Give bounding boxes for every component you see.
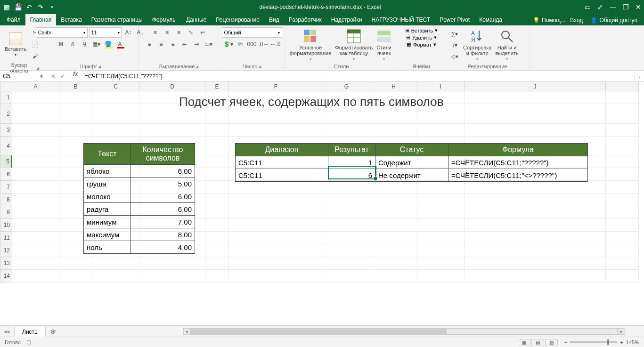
table1-cell-count[interactable]: 6,00 <box>131 203 195 216</box>
table1-cell-text[interactable]: радуга <box>84 203 131 216</box>
cell[interactable] <box>323 219 370 232</box>
table2-cell-range[interactable]: C5:C11 <box>236 169 328 182</box>
table1-cell-text[interactable]: ноль <box>84 241 131 254</box>
cell[interactable] <box>606 270 639 282</box>
increase-indent-icon[interactable]: ⇥ <box>191 39 202 49</box>
table1-cell-count[interactable]: 7,00 <box>131 216 195 228</box>
table1-cell-text[interactable]: яблоко <box>84 165 131 178</box>
cell[interactable] <box>323 181 370 194</box>
zoom-slider[interactable] <box>570 341 617 343</box>
zoom-in-button[interactable]: + <box>620 339 623 345</box>
column-header-B[interactable]: B <box>59 82 92 91</box>
column-header-E[interactable]: E <box>205 82 229 91</box>
column-header-I[interactable]: I <box>417 82 465 91</box>
cell[interactable] <box>465 104 606 124</box>
cell[interactable] <box>205 181 229 194</box>
column-header-F[interactable]: F <box>229 82 323 91</box>
cell[interactable] <box>370 194 417 206</box>
ribbon-tab-команда[interactable]: Команда <box>474 14 507 25</box>
name-box-dropdown[interactable]: ▾ <box>37 73 45 80</box>
cell[interactable] <box>229 194 323 206</box>
cell[interactable] <box>92 91 139 104</box>
enter-formula-icon[interactable]: ✓ <box>60 73 65 80</box>
horizontal-scrollbar[interactable]: ◂▸ <box>183 328 625 335</box>
cell[interactable] <box>370 219 417 232</box>
cell[interactable] <box>465 244 606 257</box>
ribbon-tab-вставка[interactable]: Вставка <box>56 14 87 25</box>
comma-format-icon[interactable]: 000 <box>247 39 257 49</box>
cell[interactable] <box>229 219 323 232</box>
font-size-select[interactable]: 11▾ <box>89 27 122 38</box>
table1-cell-text[interactable]: максимум <box>84 228 131 241</box>
cell[interactable] <box>229 257 323 270</box>
cell[interactable] <box>12 91 59 104</box>
cell[interactable] <box>606 137 639 155</box>
table1-cell-count[interactable]: 8,00 <box>131 228 195 241</box>
table1-cell-text[interactable]: молоко <box>84 190 131 203</box>
table2-cell-formula[interactable]: =СЧЁТЕСЛИ(C5:C11;"<>?????") <box>448 169 588 182</box>
accounting-format-icon[interactable]: 💲▾ <box>223 39 234 49</box>
cell[interactable] <box>465 270 606 282</box>
worksheet-area[interactable]: ABCDEFGHIJ1234567891011121314 Подсчет яч… <box>0 82 644 325</box>
cell[interactable] <box>417 244 465 257</box>
cell[interactable] <box>606 168 639 181</box>
ribbon-tab-надстройки[interactable]: Надстройки <box>326 14 367 25</box>
align-middle-icon[interactable]: ≡ <box>162 27 172 38</box>
cell[interactable] <box>323 124 370 137</box>
cell[interactable] <box>370 206 417 219</box>
fill-icon[interactable]: ↓▾ <box>449 40 460 50</box>
cell[interactable] <box>606 206 639 219</box>
font-name-select[interactable]: Calibri▾ <box>36 27 88 38</box>
underline-button[interactable]: Ч <box>80 39 90 49</box>
find-select-button[interactable]: Найти ивыделить <box>493 28 520 62</box>
column-header-G[interactable]: G <box>323 82 370 91</box>
align-right-icon[interactable]: ≡ <box>168 39 178 49</box>
cell[interactable] <box>205 168 229 181</box>
add-sheet-button[interactable]: ⊕ <box>46 328 61 335</box>
paste-button[interactable]: Вставить▾ <box>3 31 29 58</box>
format-cells-button[interactable]: ▦ Формат ▾ <box>407 41 436 48</box>
font-color-button[interactable]: A <box>115 39 125 49</box>
cell[interactable] <box>92 104 139 124</box>
cell[interactable] <box>59 124 92 137</box>
macro-record-icon[interactable]: ▢ <box>26 339 31 345</box>
cell[interactable] <box>205 244 229 257</box>
align-bottom-icon[interactable]: ≡ <box>174 27 184 38</box>
cell[interactable] <box>12 104 59 124</box>
insert-cells-button[interactable]: ⊞ Вставить ▾ <box>405 27 438 33</box>
column-header-A[interactable]: A <box>12 82 59 91</box>
ribbon-options-icon[interactable]: ▭ <box>585 3 591 11</box>
increase-decimal-icon[interactable]: .0→ <box>259 39 269 49</box>
cell[interactable] <box>465 91 606 104</box>
cell[interactable] <box>370 257 417 270</box>
select-all-corner[interactable] <box>0 82 12 91</box>
cell[interactable] <box>12 232 59 244</box>
expand-formula-bar-icon[interactable]: ⌄ <box>635 71 644 81</box>
cell[interactable] <box>139 124 205 137</box>
formula-input[interactable] <box>82 71 635 81</box>
ribbon-tab-формулы[interactable]: Формулы <box>147 14 181 25</box>
cell[interactable] <box>59 91 92 104</box>
cell[interactable] <box>92 257 139 270</box>
table1-cell-count[interactable]: 5,00 <box>131 178 195 190</box>
cell[interactable] <box>205 155 229 168</box>
clipboard-dialog-launcher[interactable]: ◢ <box>36 66 39 70</box>
table2-cell-status[interactable]: Содержит <box>375 156 448 169</box>
cell[interactable] <box>417 219 465 232</box>
cell-styles-button[interactable]: Стилиячеек <box>375 28 393 62</box>
cell[interactable] <box>606 181 639 194</box>
ribbon-tab-разработчик[interactable]: Разработчик <box>284 14 326 25</box>
cell[interactable] <box>12 155 59 168</box>
table1-cell-count[interactable]: 6,00 <box>131 165 195 178</box>
increase-font-icon[interactable]: A↑ <box>123 27 134 38</box>
name-box[interactable] <box>0 73 37 80</box>
ribbon-tab-рецензирование[interactable]: Рецензирование <box>211 14 264 25</box>
cell[interactable] <box>370 232 417 244</box>
alignment-dialog-launcher[interactable]: ◢ <box>196 65 198 69</box>
cancel-formula-icon[interactable]: ✕ <box>51 73 56 80</box>
ribbon-tab-power pivot[interactable]: Power Pivot <box>435 14 474 25</box>
share-button[interactable]: 👤 Общий доступ <box>587 15 640 25</box>
cell[interactable] <box>323 244 370 257</box>
cell[interactable] <box>465 206 606 219</box>
cell[interactable] <box>229 270 323 282</box>
